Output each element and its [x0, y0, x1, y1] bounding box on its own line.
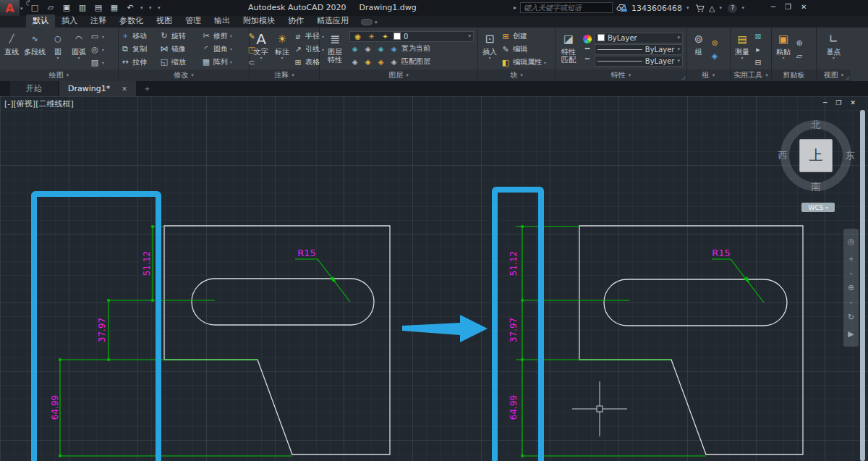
group-edit-button[interactable]: ◈ — [710, 50, 720, 62]
dim-text-r15-right[interactable]: R15 — [712, 248, 731, 258]
help-icon[interactable]: ? — [728, 4, 737, 13]
ribbon-display-toggle[interactable]: ▾ — [361, 19, 378, 28]
base-view-button[interactable]: ∟ 基点 ▾ — [824, 29, 844, 69]
line-button[interactable]: ╱ 直线 — [1, 29, 22, 69]
undo-caret-icon[interactable]: ▾ — [140, 5, 145, 11]
layer-color-swatch[interactable] — [393, 33, 401, 40]
user-id[interactable]: 1343606468 — [631, 4, 682, 13]
autodesk-caret-icon[interactable]: ▾ — [719, 5, 723, 11]
tab-annotate[interactable]: 注释 — [84, 14, 113, 28]
help-caret-icon[interactable]: ▾ — [741, 5, 746, 11]
undo-icon[interactable]: ↶ — [124, 2, 136, 14]
dim-text-64-right[interactable]: 64.99 — [509, 395, 519, 420]
redo-icon[interactable]: ↷ — [23, 0, 35, 8]
dim-text-r15-left[interactable]: R15 — [297, 248, 316, 258]
tab-addins[interactable]: 附加模块 — [237, 14, 281, 28]
edit-block-button[interactable]: ✎ 编辑 — [501, 43, 546, 56]
viewcube-top-face[interactable]: 上 — [799, 139, 833, 172]
save-icon[interactable]: ▣ — [61, 2, 72, 14]
close-tab-icon[interactable]: ✕ — [122, 85, 127, 93]
group-button[interactable]: ⊚ 组 — [689, 29, 709, 69]
panel-label-modify[interactable]: 修改▾ — [119, 69, 249, 81]
orbit-icon[interactable]: ↻ — [848, 313, 854, 321]
panel-label-layers[interactable]: 图层▾ — [320, 69, 477, 81]
quick-select-button[interactable]: ⊠ — [753, 30, 763, 43]
zoom-extents-icon[interactable]: ⊕ — [848, 284, 854, 292]
edit-attr-button[interactable]: ◧ 编辑属性▾ — [501, 56, 546, 69]
panel-label-utilities[interactable]: 实用工具▾ — [731, 69, 771, 81]
circle-button[interactable]: ○ 圆 ▾ — [48, 29, 68, 69]
scale-button[interactable]: ◱ 缩放 — [159, 56, 201, 68]
panel-label-view[interactable]: 视图▾ ◿ — [817, 69, 851, 81]
array-button[interactable]: ▦ 阵列▾ — [201, 56, 246, 68]
compass-south-label[interactable]: 南 — [812, 180, 821, 193]
create-block-button[interactable]: ⊞ 创建 — [501, 30, 546, 43]
new-drawing-tab-button[interactable]: ＋ — [137, 81, 157, 96]
tab-collaborate[interactable]: 协作 — [281, 14, 310, 28]
viewport-controls-label[interactable]: [-][俯视][二维线框] — [4, 98, 74, 109]
redo-caret-icon[interactable]: ▾ — [149, 5, 153, 11]
save-as-icon[interactable]: ▥ — [77, 2, 88, 14]
autodesk-app-icon[interactable]: △ — [709, 4, 715, 13]
stretch-button[interactable]: ↔ 拉伸 — [120, 56, 159, 68]
app-store-cart-icon[interactable] — [695, 4, 705, 12]
restore-button[interactable]: ❐ — [785, 3, 791, 11]
lineweight-dropdown[interactable]: ByLayer ▾ — [595, 44, 683, 55]
print-icon[interactable]: ▦ — [109, 2, 120, 14]
panel-label-clipboard[interactable]: 剪贴板 — [772, 69, 816, 81]
copy-button[interactable]: ⧉ 复制 — [120, 43, 159, 55]
tab-parametric[interactable]: 参数化 — [113, 14, 150, 28]
insert-block-button[interactable]: ⊡ 插入 ▾ — [480, 29, 500, 69]
autocad-logo-icon[interactable]: A — [0, 0, 20, 16]
layer-dropdown[interactable]: ◉ ☀ ✦ 0 ▾ — [349, 31, 474, 42]
layer-properties-button[interactable]: ≣ 图层 特性 — [321, 29, 349, 69]
qat-customize-caret-icon[interactable]: ▾ — [158, 5, 162, 11]
select-cursor-button[interactable]: ▸ — [753, 43, 763, 56]
fillet-button[interactable]: ◜ 圆角▾ — [201, 43, 246, 55]
dimension-button[interactable]: ☀ 标注 ▾ — [272, 29, 292, 69]
panel-label-block[interactable]: 块▾ — [478, 69, 555, 81]
navigation-wheel-icon[interactable]: ◎ — [848, 237, 855, 245]
dimension-lines-right[interactable] — [516, 227, 764, 456]
rectangle-button[interactable]: ▭ ▾ — [90, 30, 104, 43]
sun-icon[interactable]: ☀ — [366, 33, 377, 41]
vertical-scrollbar[interactable] — [860, 110, 865, 461]
dim-text-51-left[interactable]: 51.12 — [142, 251, 152, 276]
text-button[interactable]: A 文字 ▾ — [251, 29, 271, 69]
compass-east-label[interactable]: 东 — [846, 149, 855, 162]
tab-output[interactable]: 输出 — [208, 14, 237, 28]
plot-icon[interactable]: ▤ — [93, 2, 104, 14]
part-outline-right[interactable] — [579, 226, 803, 454]
rotate-button[interactable]: ↻ 旋转 — [159, 30, 201, 42]
hatch-button[interactable]: ▨ ▾ — [90, 56, 104, 69]
trim-button[interactable]: ✂ 修剪▾ — [201, 30, 246, 42]
ellipse-button[interactable]: ◎ ▾ — [90, 43, 104, 56]
move-button[interactable]: ＋ 移动 — [120, 30, 159, 42]
tab-view[interactable]: 视图 — [150, 14, 179, 28]
cut-clip-button[interactable]: ▱ — [794, 50, 804, 62]
doc-close-button[interactable]: ✕ — [851, 99, 856, 106]
panel-label-annotate[interactable]: 注释▾ — [250, 69, 319, 81]
linetype-dropdown[interactable]: ByLayer ▾ — [595, 56, 683, 67]
measure-button[interactable]: ▤ 测量 ▾ — [732, 29, 752, 69]
bulb-icon[interactable]: ◉ — [352, 33, 363, 41]
compass-west-label[interactable]: 西 — [778, 149, 788, 162]
paste-button[interactable]: ▣ 粘贴 ▾ — [773, 29, 793, 69]
search-input[interactable] — [520, 2, 613, 13]
ungroup-button[interactable]: ⊛ — [710, 37, 720, 49]
minimize-button[interactable]: ─ — [771, 3, 775, 11]
lock-icon[interactable]: ✦ — [380, 33, 391, 41]
tab-insert[interactable]: 插入 — [55, 14, 84, 28]
dialog-launcher-icon[interactable]: ◿ — [681, 75, 685, 80]
part-outline-left[interactable] — [164, 226, 390, 454]
ribbon-display-caret-icon[interactable]: ▾ — [375, 20, 378, 25]
wcs-dropdown[interactable]: WCS▾ — [801, 203, 835, 212]
slot-right[interactable] — [604, 279, 787, 326]
user-caret-icon[interactable]: ▾ — [686, 5, 691, 11]
polyline-button[interactable]: ∿ 多段线 — [22, 29, 47, 69]
panel-label-group[interactable]: 组▾ — [687, 69, 730, 81]
arc-button[interactable]: ◠ 圆弧 ▾ — [69, 29, 89, 69]
doc-restore-button[interactable]: ❐ — [835, 99, 841, 106]
search-expand-icon[interactable]: ▸ — [514, 4, 516, 11]
set-current-layer-button[interactable]: ◈ ◈ ◈ ◈ 置为当前 — [349, 43, 474, 55]
